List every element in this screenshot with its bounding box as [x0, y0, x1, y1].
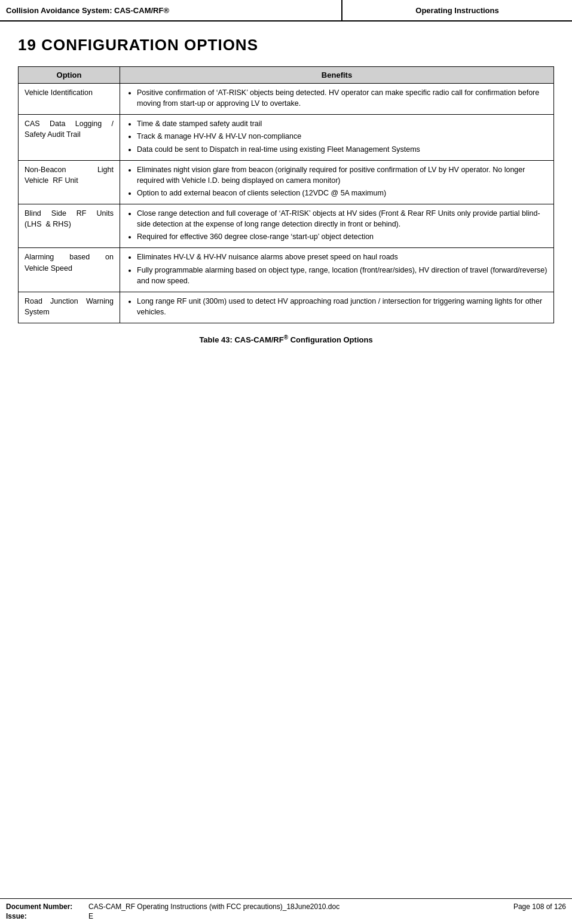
list-item: Track & manage HV-HV & HV-LV non-complia…	[137, 131, 547, 142]
table-cell-option: Road Junction Warning System	[19, 292, 120, 323]
table-row: Vehicle IdentificationPositive confirmat…	[19, 84, 554, 115]
table-row: Alarming based on Vehicle SpeedEliminate…	[19, 248, 554, 292]
page-title: 19 CONFIGURATION OPTIONS	[18, 36, 554, 54]
table-cell-option: CAS Data Logging / Safety Audit Trail	[19, 115, 120, 160]
table-cell-benefits: Eliminates HV-LV & HV-HV nuisance alarms…	[120, 248, 554, 292]
header-left-title: Collision Avoidance System: CAS-CAM/RF®	[0, 0, 342, 20]
list-item: Eliminates night vision glare from beaco…	[137, 164, 547, 186]
list-item: Eliminates HV-LV & HV-HV nuisance alarms…	[137, 252, 547, 262]
configuration-options-table: Option Benefits Vehicle IdentificationPo…	[18, 66, 554, 323]
table-row: Non-Beacon Light Vehicle RF UnitEliminat…	[19, 160, 554, 204]
list-item: Data could be sent to Dispatch in real-t…	[137, 144, 547, 155]
table-cell-benefits: Time & date stamped safety audit trailTr…	[120, 115, 554, 160]
column-header-benefits: Benefits	[120, 67, 554, 84]
list-item: Positive confirmation of ‘AT-RISK’ objec…	[137, 87, 547, 109]
footer-doc-row: Document Number: CAS-CAM_RF Operating In…	[6, 902, 566, 911]
table-row: Road Junction Warning SystemLong range R…	[19, 292, 554, 323]
footer-issue-label: Issue:	[6, 912, 84, 920]
list-item: Fully programmable alarming based on obj…	[137, 265, 547, 286]
list-item: Time & date stamped safety audit trail	[137, 118, 547, 129]
footer-issue-value: E	[88, 912, 93, 920]
footer-page-info: Page 108 of 126	[513, 902, 566, 911]
footer-doc-value: CAS-CAM_RF Operating Instructions (with …	[88, 902, 339, 911]
table-cell-benefits: Close range detection and full coverage …	[120, 204, 554, 248]
table-caption: Table 43: CAS-CAM/RF® Configuration Opti…	[18, 334, 554, 344]
header-document-title: Collision Avoidance System: CAS-CAM/RF®	[6, 6, 169, 15]
table-cell-option: Non-Beacon Light Vehicle RF Unit	[19, 160, 120, 204]
table-cell-benefits: Positive confirmation of ‘AT-RISK’ objec…	[120, 84, 554, 115]
list-item: Option to add external beacon of clients…	[137, 188, 547, 198]
table-row: Blind Side RF Units (LHS & RHS)Close ran…	[19, 204, 554, 248]
list-item: Long range RF unit (300m) used to detect…	[137, 296, 547, 317]
table-header-row: Option Benefits	[19, 67, 554, 84]
main-content: 19 CONFIGURATION OPTIONS Option Benefits…	[0, 22, 572, 404]
table-cell-option: Alarming based on Vehicle Speed	[19, 248, 120, 292]
header-right-title: Operating Instructions	[342, 0, 572, 20]
table-cell-option: Vehicle Identification	[19, 84, 120, 115]
table-cell-option: Blind Side RF Units (LHS & RHS)	[19, 204, 120, 248]
column-header-option: Option	[19, 67, 120, 84]
table-row: CAS Data Logging / Safety Audit TrailTim…	[19, 115, 554, 160]
page-header: Collision Avoidance System: CAS-CAM/RF® …	[0, 0, 572, 22]
footer-doc-label: Document Number:	[6, 902, 84, 911]
page-footer: Document Number: CAS-CAM_RF Operating In…	[0, 898, 572, 924]
header-section-title: Operating Instructions	[415, 6, 498, 15]
list-item: Required for effective 360 degree close-…	[137, 231, 547, 242]
table-cell-benefits: Long range RF unit (300m) used to detect…	[120, 292, 554, 323]
table-cell-benefits: Eliminates night vision glare from beaco…	[120, 160, 554, 204]
list-item: Close range detection and full coverage …	[137, 208, 547, 230]
